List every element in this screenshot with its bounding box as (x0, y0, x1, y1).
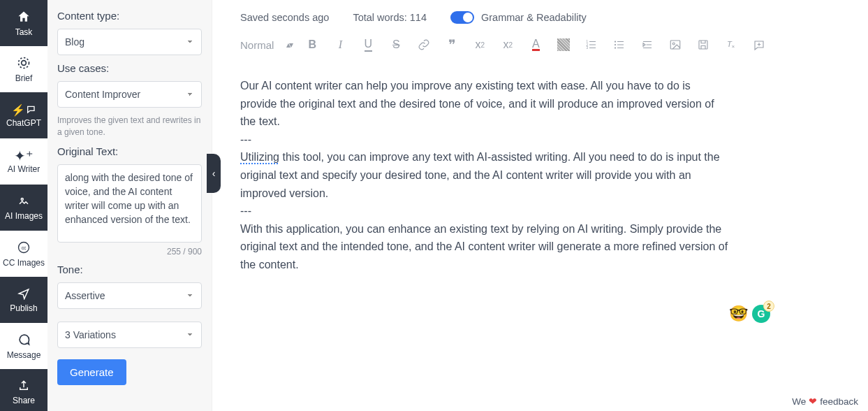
chevron-left-icon: ‹ (212, 168, 216, 179)
sidebar-item-ai-images[interactable]: AI Images (0, 185, 47, 231)
italic-button[interactable]: I (332, 37, 348, 52)
tone-label: Tone: (57, 264, 202, 275)
home-icon (17, 10, 31, 26)
content-type-select[interactable]: Blog (57, 29, 202, 55)
svg-text:3: 3 (587, 46, 589, 50)
svg-rect-13 (699, 41, 707, 49)
heading-style-label: Normal (240, 39, 274, 51)
tone-select[interactable]: Assertive (57, 282, 202, 309)
strikethrough-button[interactable]: S (388, 37, 404, 52)
sidebar-item-label: Brief (15, 73, 33, 83)
sidebar-item-label: Task (15, 27, 33, 37)
share-icon (17, 380, 30, 394)
target-icon (17, 56, 31, 72)
svg-text:cc: cc (22, 245, 27, 250)
richtext-toolbar: Normal ▴▾ B I U S ❞ x2 x2 A 123 T× (212, 31, 868, 60)
grammar-toggle-group: Grammar & Readability (450, 11, 587, 24)
grammar-toggle-label: Grammar & Readability (481, 12, 587, 23)
image-button[interactable] (668, 37, 683, 52)
svg-point-1 (22, 60, 27, 65)
editor-topbar: Saved seconds ago Total words: 114 Gramm… (212, 0, 868, 31)
highlight-button[interactable] (556, 37, 571, 52)
indent-button[interactable] (640, 37, 655, 52)
generate-button[interactable]: Generate (57, 359, 126, 385)
hatch-icon (557, 38, 570, 51)
sidebar-item-label: Publish (10, 303, 37, 313)
heart-icon: ❤ (809, 396, 817, 407)
grammarly-g-label: G (758, 308, 765, 319)
quote-button[interactable]: ❞ (444, 37, 459, 52)
grammarly-badge[interactable]: G 2 (752, 305, 770, 323)
sidebar-item-label: AI Images (5, 211, 43, 221)
sidebar-item-label: Share (13, 396, 35, 405)
saved-status: Saved seconds ago (240, 12, 329, 23)
original-text-input[interactable] (57, 164, 202, 243)
emoji-badge[interactable]: 🤓 (729, 305, 748, 323)
separator: --- (240, 202, 729, 220)
config-panel: Content type: Blog Use cases: Content Im… (47, 0, 212, 411)
svg-point-8 (615, 41, 616, 42)
chat-icon (17, 333, 31, 349)
clear-format-button[interactable]: T× (723, 37, 739, 52)
separator: --- (240, 131, 729, 149)
add-comment-button[interactable] (751, 38, 767, 53)
image-icon (17, 195, 30, 210)
collapse-panel-handle[interactable]: ‹ (207, 154, 221, 193)
content-type-label: Content type: (57, 10, 202, 22)
paragraph: Utilizing this tool, you can improve any… (240, 148, 729, 202)
original-text-label: Original Text: (57, 145, 202, 157)
sidebar-item-chatgpt[interactable]: ⚡ ChatGPT (0, 92, 47, 138)
word-count: Total words: 114 (353, 12, 427, 23)
variations-select[interactable]: 3 Variations (57, 322, 202, 348)
use-cases-description: Improves the given text and rewrites in … (57, 115, 202, 138)
bolt-chat-icon: ⚡ (11, 103, 37, 117)
sidebar-item-message[interactable]: Message (0, 323, 47, 369)
svg-text:×: × (732, 43, 735, 50)
use-cases-select[interactable]: Content Improver (57, 81, 202, 108)
grammarly-count: 2 (763, 301, 774, 312)
feedback-text: feedback (820, 396, 858, 407)
feedback-we: We (792, 396, 806, 407)
grammar-squiggle[interactable]: Utilizing (240, 151, 279, 163)
chevron-updown-icon: ▴▾ (286, 40, 292, 50)
editor-area: Saved seconds ago Total words: 114 Gramm… (212, 0, 868, 411)
sidebar-item-ai-writer[interactable]: ✦⁺ AI Writer (0, 138, 47, 185)
svg-point-10 (615, 47, 616, 48)
text-color-button[interactable]: A (528, 37, 543, 52)
feedback-link[interactable]: We ❤ feedback (792, 396, 858, 407)
sidebar-item-publish[interactable]: Publish (0, 277, 47, 323)
grammar-toggle[interactable] (450, 11, 474, 24)
char-count: 255 / 900 (57, 247, 202, 257)
svg-point-0 (19, 57, 29, 68)
sidebar-item-label: AI Writer (8, 164, 40, 174)
cc-icon: cc (17, 240, 31, 257)
icon-sidebar: Task Brief ⚡ ChatGPT ✦⁺ AI Writer AI Ima… (0, 0, 47, 411)
link-button[interactable] (416, 37, 432, 52)
subscript-button[interactable]: x2 (472, 37, 487, 52)
paragraph: Our AI content writer can help you impro… (240, 77, 729, 131)
floating-badges: 🤓 G 2 (729, 305, 770, 323)
sidebar-item-task[interactable]: Task (0, 0, 47, 46)
sidebar-item-label: CC Images (3, 258, 45, 268)
wand-icon: ✦⁺ (14, 149, 34, 163)
underline-button[interactable]: U (360, 37, 376, 52)
sidebar-item-cc-images[interactable]: cc CC Images (0, 231, 47, 277)
save-button[interactable] (696, 37, 711, 52)
paragraph: With this application, you can enhance a… (240, 220, 729, 274)
svg-point-2 (21, 198, 23, 200)
sidebar-item-brief[interactable]: Brief (0, 46, 47, 92)
svg-point-12 (673, 43, 675, 45)
sidebar-item-label: ChatGPT (6, 118, 41, 128)
unordered-list-button[interactable] (612, 37, 627, 52)
editor-body[interactable]: Our AI content writer can help you impro… (212, 60, 757, 274)
send-icon (17, 287, 30, 302)
svg-point-9 (615, 44, 616, 45)
heading-style-select[interactable]: Normal ▴▾ (240, 39, 292, 51)
svg-rect-11 (671, 41, 681, 49)
sidebar-item-share[interactable]: Share (0, 369, 47, 411)
sidebar-item-label: Message (7, 350, 41, 360)
bold-button[interactable]: B (304, 37, 320, 52)
use-cases-label: Use cases: (57, 62, 202, 74)
superscript-button[interactable]: x2 (500, 37, 515, 52)
ordered-list-button[interactable]: 123 (584, 37, 599, 52)
